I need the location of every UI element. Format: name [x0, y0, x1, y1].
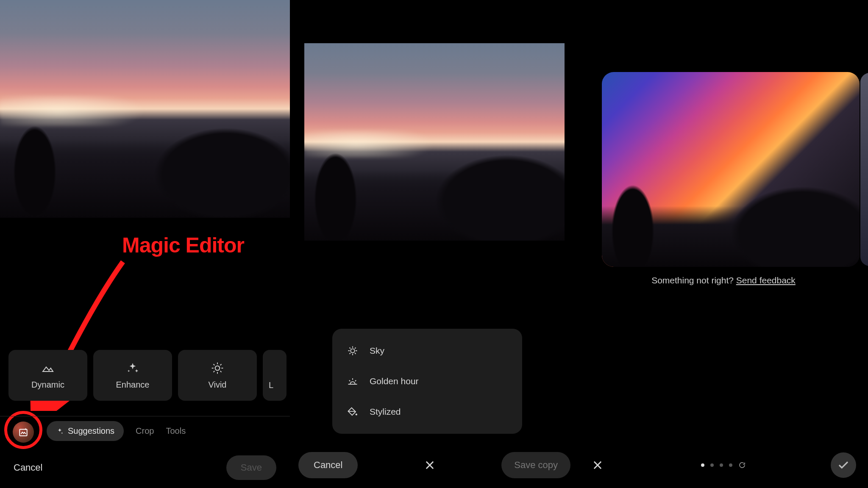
suggestion-partial[interactable]: L — [263, 350, 287, 401]
tabs-row: Suggestions Crop Tools — [0, 416, 290, 446]
tab-tools[interactable]: Tools — [166, 426, 186, 436]
sun-icon — [211, 361, 224, 375]
pager-dot[interactable] — [710, 463, 714, 467]
sparkle-icon — [56, 427, 64, 435]
save-copy-button[interactable]: Save copy — [501, 452, 570, 478]
close-icon — [424, 459, 436, 471]
sparkle-icon — [126, 361, 139, 375]
suggestion-label: L — [269, 380, 273, 390]
editor-panel-suggestions: Magic Editor Dynamic Enhance — [0, 0, 290, 488]
menu-item-label: Stylized — [370, 407, 401, 417]
suggestion-vivid[interactable]: Vivid — [178, 350, 257, 401]
menu-item-label: Sky — [370, 346, 384, 356]
confirm-button[interactable] — [831, 452, 856, 478]
pager — [701, 461, 746, 469]
menu-item-stylized[interactable]: Stylized — [332, 396, 522, 427]
cancel-button[interactable]: Cancel — [14, 462, 42, 473]
suggestion-enhance[interactable]: Enhance — [93, 350, 172, 401]
close-button[interactable] — [591, 458, 604, 472]
pager-dot[interactable] — [701, 463, 704, 467]
tab-crop[interactable]: Crop — [136, 426, 154, 436]
bottom-bar: Cancel Save — [0, 455, 290, 480]
result-preview[interactable] — [602, 72, 860, 267]
check-icon — [837, 459, 850, 471]
pager-dot[interactable] — [729, 463, 732, 467]
feedback-line: Something not right? Send feedback — [579, 275, 868, 286]
editor-panel-result: Something not right? Send feedback — [579, 0, 868, 488]
paint-bucket-icon — [347, 406, 359, 418]
bottom-bar — [579, 450, 868, 480]
suggestion-cards: Dynamic Enhance Vivid L — [8, 350, 290, 403]
photo-preview[interactable] — [0, 0, 290, 218]
magic-editor-menu: Sky Golden hour Stylized — [332, 329, 522, 434]
tab-label: Suggestions — [68, 426, 114, 436]
svg-point-2 — [351, 349, 354, 352]
close-button[interactable] — [423, 458, 437, 472]
sun-rays-icon — [347, 345, 359, 357]
suggestion-label: Enhance — [116, 380, 150, 390]
svg-point-3 — [356, 413, 357, 415]
pager-dot[interactable] — [720, 463, 723, 467]
menu-item-sky[interactable]: Sky — [332, 336, 522, 366]
menu-item-label: Golden hour — [370, 376, 419, 386]
bottom-bar: Cancel Save copy — [290, 450, 579, 480]
magic-editor-button[interactable] — [13, 421, 34, 443]
refresh-icon[interactable] — [738, 461, 746, 469]
suggestion-label: Vivid — [209, 380, 227, 390]
editor-panel-magic-menu: Sky Golden hour Stylized Cancel S — [290, 0, 579, 488]
feedback-link[interactable]: Send feedback — [736, 275, 796, 285]
cancel-button[interactable]: Cancel — [298, 452, 358, 478]
magic-editor-icon — [18, 427, 29, 438]
next-result-peek[interactable] — [860, 73, 868, 266]
menu-item-golden-hour[interactable]: Golden hour — [332, 366, 522, 396]
landscape-icon — [41, 361, 55, 375]
annotation-label: Magic Editor — [122, 233, 244, 258]
svg-point-0 — [215, 366, 220, 370]
suggestion-dynamic[interactable]: Dynamic — [8, 350, 87, 401]
photo-preview[interactable] — [304, 43, 565, 241]
tab-suggestions[interactable]: Suggestions — [47, 421, 124, 441]
horizon-icon — [347, 375, 359, 387]
feedback-text: Something not right? — [651, 275, 736, 285]
suggestion-label: Dynamic — [31, 380, 64, 390]
close-icon — [592, 459, 604, 471]
save-button[interactable]: Save — [226, 455, 276, 480]
